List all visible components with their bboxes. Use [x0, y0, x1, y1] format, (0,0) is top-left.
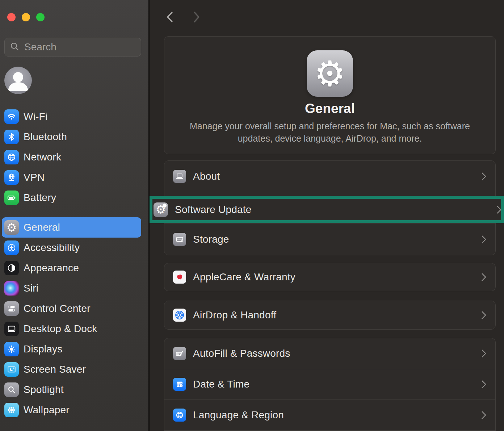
- row-language-region[interactable]: Language & Region: [164, 399, 495, 430]
- apple-logo-icon: [173, 271, 186, 284]
- spotlight-magnifier-icon: [4, 382, 19, 397]
- sidebar-item-displays[interactable]: Displays: [2, 339, 141, 359]
- sidebar-item-spotlight[interactable]: Spotlight: [2, 380, 141, 400]
- sidebar-item-screen-saver[interactable]: Screen Saver: [2, 359, 141, 380]
- vpn-globe-icon: [4, 170, 19, 185]
- screensaver-moon-icon: [4, 362, 19, 377]
- general-gear-icon: ⚙: [307, 50, 353, 97]
- wifi-icon: [4, 109, 19, 124]
- bluetooth-icon: [4, 130, 19, 144]
- row-about[interactable]: About: [164, 161, 495, 192]
- row-date-time[interactable]: Date & Time: [164, 369, 495, 399]
- chevron-right-icon: [478, 311, 487, 319]
- annotation-highlight-box: ⚙Software Update: [150, 196, 504, 223]
- wallpaper-flower-icon: [4, 403, 19, 417]
- displays-sun-icon: [4, 342, 19, 356]
- row-airdrop-handoff[interactable]: AirDrop & Handoff: [164, 301, 495, 329]
- sidebar-item-wi-fi[interactable]: Wi-Fi: [2, 106, 141, 127]
- search-icon: [10, 42, 19, 53]
- sidebar-item-label: Appearance: [24, 262, 79, 274]
- search-input[interactable]: [24, 41, 136, 53]
- chevron-right-icon: [478, 350, 487, 358]
- sidebar-item-label: Desktop & Dock: [24, 323, 97, 335]
- minimize-window-button[interactable]: [22, 13, 30, 21]
- sidebar-item-battery[interactable]: Battery: [2, 188, 141, 208]
- sidebar-item-bluetooth[interactable]: Bluetooth: [2, 127, 141, 147]
- row-applecare-warranty[interactable]: AppleCare & Warranty: [164, 263, 495, 291]
- row-storage[interactable]: Storage: [164, 223, 495, 255]
- sidebar-item-desktop-dock[interactable]: Desktop & Dock: [2, 319, 141, 339]
- sidebar-item-label: Bluetooth: [24, 131, 67, 143]
- row-label: Language & Region: [193, 409, 284, 421]
- general-header-card: ⚙ General Manage your overall setup and …: [164, 36, 496, 154]
- sidebar-item-label: Battery: [24, 192, 56, 204]
- user-avatar[interactable]: [4, 67, 32, 94]
- row-label: AirDrop & Handoff: [193, 309, 276, 321]
- sidebar-item-label: Network: [24, 151, 61, 163]
- chevron-right-icon: [478, 172, 487, 181]
- desktop-dock-window-icon: [4, 322, 19, 336]
- network-globe-icon: [4, 150, 19, 164]
- row-label: Date & Time: [193, 378, 249, 390]
- storage-drive-icon: [173, 233, 186, 246]
- settings-group-card: AirDrop & Handoff: [164, 301, 496, 330]
- sidebar-nav: Wi-FiBluetoothNetworkVPNBattery⚙GeneralA…: [2, 106, 141, 420]
- chevron-right-icon: [478, 380, 487, 389]
- chevron-right-icon: [494, 205, 502, 214]
- airdrop-waves-icon: [173, 309, 186, 322]
- back-button[interactable]: [166, 11, 174, 24]
- sidebar-item-accessibility[interactable]: Accessibility: [2, 238, 141, 258]
- sidebar-item-wallpaper[interactable]: Wallpaper: [2, 400, 141, 420]
- appearance-contrast-icon: [4, 261, 19, 275]
- settings-group-card: AppleCare & Warranty: [164, 263, 496, 291]
- row-label: AppleCare & Warranty: [193, 271, 295, 283]
- page-title: General: [164, 101, 495, 116]
- sidebar-item-control-center[interactable]: Control Center: [2, 298, 141, 319]
- sidebar-item-label: Control Center: [24, 303, 91, 314]
- sidebar-item-label: Accessibility: [24, 242, 80, 254]
- sidebar: Wi-FiBluetoothNetworkVPNBattery⚙GeneralA…: [0, 0, 150, 431]
- row-software-update-highlighted[interactable]: ⚙Software Update: [152, 199, 501, 220]
- close-window-button[interactable]: [7, 13, 16, 21]
- siri-orb-icon: [4, 281, 19, 296]
- sidebar-item-label: Displays: [24, 343, 62, 355]
- chevron-right-icon: [478, 273, 487, 281]
- chevron-right-icon: [478, 411, 487, 419]
- chevron-right-icon: [478, 235, 487, 244]
- language-globe-icon: [173, 409, 186, 422]
- sidebar-item-label: Wi-Fi: [24, 111, 47, 122]
- sidebar-item-label: Siri: [24, 283, 38, 294]
- row-autofill-passwords[interactable]: AutoFill & Passwords: [164, 338, 495, 369]
- sidebar-item-vpn[interactable]: VPN: [2, 167, 141, 188]
- sidebar-item-label: Spotlight: [24, 384, 64, 396]
- sidebar-item-appearance[interactable]: Appearance: [2, 258, 141, 278]
- sidebar-item-label: General: [24, 222, 60, 233]
- sidebar-item-label: VPN: [24, 172, 45, 183]
- row-label: Software Update: [175, 204, 252, 216]
- autofill-keyboard-icon: [173, 347, 186, 360]
- zoom-window-button[interactable]: [36, 13, 45, 21]
- search-field[interactable]: [4, 38, 141, 57]
- sidebar-item-siri[interactable]: Siri: [2, 278, 141, 298]
- sidebar-item-label: Wallpaper: [24, 404, 70, 416]
- sidebar-item-label: Screen Saver: [24, 364, 86, 375]
- about-laptop-icon: [173, 170, 186, 183]
- main-panel: ⚙ General Manage your overall setup and …: [150, 0, 504, 431]
- page-description: Manage your overall setup and preference…: [183, 120, 477, 145]
- software-update-gear-icon: ⚙: [154, 202, 168, 217]
- date-time-calendar-icon: [173, 378, 186, 391]
- forward-button: [193, 11, 201, 24]
- control-center-toggles-icon: [4, 301, 19, 316]
- row-label: AutoFill & Passwords: [193, 348, 290, 359]
- settings-group-card: AutoFill & PasswordsDate & TimeLanguage …: [164, 338, 496, 431]
- battery-icon: [4, 191, 19, 205]
- accessibility-icon: [4, 240, 19, 255]
- gear-icon: ⚙: [4, 220, 19, 235]
- row-label: Storage: [193, 234, 229, 245]
- sidebar-item-network[interactable]: Network: [2, 147, 141, 167]
- window-controls: [7, 13, 45, 21]
- sidebar-item-general[interactable]: ⚙General: [2, 217, 141, 238]
- row-label: About: [193, 171, 220, 182]
